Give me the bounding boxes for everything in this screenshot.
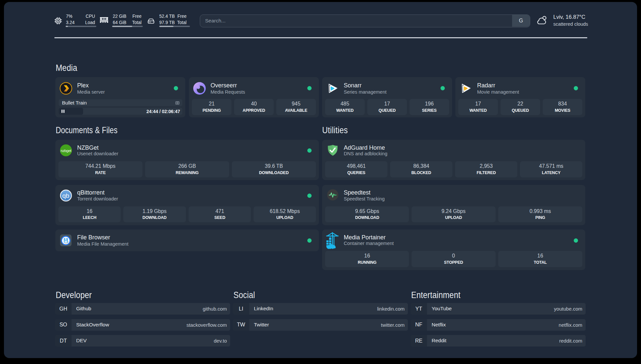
svg-text:qb: qb (62, 192, 69, 199)
svg-text:nzbget: nzbget (61, 149, 72, 153)
